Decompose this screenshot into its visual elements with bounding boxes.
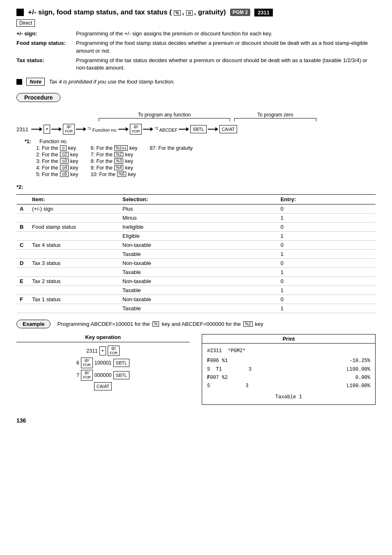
fn-key-2: ⊙2 bbox=[60, 152, 69, 157]
fn-line-8: 8: For the %3 key bbox=[91, 158, 138, 164]
table-row: DTax 3 statusNon-taxable0 bbox=[16, 258, 376, 267]
table-cell-entry: 0 bbox=[277, 295, 376, 304]
table-row: Taxable1 bbox=[16, 304, 376, 313]
pgm-badge: PGM 2 bbox=[230, 9, 250, 16]
desc-label-plusminus: +/- sign: bbox=[16, 30, 76, 38]
table-row: Taxable1 bbox=[16, 286, 376, 295]
note-square-icon bbox=[16, 79, 22, 85]
fn-col-3: 87: For the gratuity bbox=[150, 145, 193, 178]
fn-key-6b: %1 bbox=[120, 146, 127, 150]
sbtl-key: SBTL bbox=[190, 125, 207, 133]
description-section: +/- sign: Programming of the +/- sign as… bbox=[16, 30, 376, 72]
note-label: Note bbox=[26, 78, 45, 86]
keyop-for-key-1: @/ FOR bbox=[108, 346, 120, 356]
table-cell-selection: Taxable bbox=[119, 249, 277, 258]
table-cell-entry: 0 bbox=[277, 258, 376, 267]
diagram-flow: 2311 • @/ FOR *1 Function no. bbox=[16, 124, 376, 135]
table-row: Eligible1 bbox=[16, 231, 376, 240]
desc-label-foodstamp: Food stamp status: bbox=[16, 39, 76, 55]
taxable-label: Taxable 1 bbox=[207, 393, 370, 401]
desc-row-foodstamp: Food stamp status: Programming of the fo… bbox=[16, 39, 376, 55]
table-cell-letter bbox=[16, 231, 29, 240]
fn-line-2: 2: For the ⊙2 key bbox=[36, 152, 78, 158]
fn-key-7: %2 bbox=[114, 152, 123, 157]
example-text-end: key bbox=[255, 321, 263, 327]
table-cell-entry: 1 bbox=[277, 286, 376, 295]
diagram-top-label1: To program any function bbox=[99, 112, 230, 118]
table-row: FTax 1 statusNon-taxable0 bbox=[16, 295, 376, 304]
for-key-2: @/ FOR bbox=[130, 124, 142, 135]
fn-line-gratuity: 87: For the gratuity bbox=[150, 145, 193, 151]
table-row: BFood stamp statusIneligible0 bbox=[16, 222, 376, 231]
circle-icon: ⊙ bbox=[186, 9, 194, 16]
col-entry: Entry: bbox=[277, 194, 376, 204]
table-cell-item bbox=[29, 267, 119, 276]
print-line-2: F006 %1 -10.25% bbox=[207, 357, 370, 365]
diagram-top-label2: To program zero bbox=[234, 112, 316, 118]
print-content: #2311 *PGM2* F006 %1 -10.25% S T1 3 L100… bbox=[202, 344, 375, 404]
table-cell-letter: E bbox=[16, 276, 29, 286]
table-cell-letter bbox=[16, 304, 29, 313]
table-cell-item: Food stamp status bbox=[29, 222, 119, 231]
fn-col-2: 6: For the % %1 key 7: For the %2 key 8:… bbox=[91, 145, 138, 178]
fn-key-4: ⊙4 bbox=[60, 165, 69, 170]
table-row: CTax 4 statusNon-taxable0 bbox=[16, 240, 376, 249]
diagram-start-num: 2311 bbox=[16, 126, 28, 132]
table-cell-selection: Taxable bbox=[119, 286, 277, 295]
table-cell-selection: Non-taxable bbox=[119, 240, 277, 249]
arrow5 bbox=[143, 127, 153, 131]
keyop-print-section: Key operation 2311 • @/ FOR 6 @/ FOR bbox=[16, 334, 376, 405]
table-cell-selection: Plus bbox=[119, 204, 277, 213]
table-cell-letter bbox=[16, 213, 29, 222]
fn-line-9: 9: For the %4 key bbox=[91, 165, 138, 171]
table-cell-entry: 0 bbox=[277, 204, 376, 213]
table-cell-selection: Non-taxable bbox=[119, 295, 277, 304]
table-cell-selection: Non-taxable bbox=[119, 258, 277, 267]
caat-key: CA/AT bbox=[219, 125, 238, 133]
dot-key: • bbox=[44, 125, 50, 134]
example-section: Example Programming ABCDEF=100001 for th… bbox=[16, 320, 376, 405]
table-row: ETax 2 statusNon-taxable0 bbox=[16, 276, 376, 286]
fn-col-1: 1: For the ⊙ key 2: For the ⊙2 key 3: Fo… bbox=[36, 145, 78, 178]
print-line-1: #2311 *PGM2* bbox=[207, 347, 370, 355]
table-cell-letter bbox=[16, 267, 29, 276]
annotation-star1: *1: Function no. 1: For the ⊙ key 2: For… bbox=[25, 139, 376, 178]
fn-line-7: 7: For the %2 key bbox=[91, 152, 138, 158]
table-cell-item: Tax 2 status bbox=[29, 276, 119, 286]
table-row: Taxable1 bbox=[16, 249, 376, 258]
col-item: Item: bbox=[29, 194, 119, 204]
desc-text-plusminus: Programming of the +/- sign assigns the … bbox=[76, 30, 376, 38]
star1-label: *1 Function no. bbox=[88, 126, 117, 132]
table-cell-letter: F bbox=[16, 295, 29, 304]
note-box: Note Tax 4 is prohibited if you use the … bbox=[16, 78, 376, 86]
col-letter bbox=[16, 194, 29, 204]
arrow2 bbox=[51, 127, 62, 131]
fn-line-1: 1: For the ⊙ key bbox=[36, 145, 78, 151]
keyop-sbtl-2: SBTL bbox=[113, 371, 130, 379]
table-cell-item bbox=[29, 213, 119, 222]
table-cell-item: Tax 3 status bbox=[29, 258, 119, 267]
num-badge: 2311 bbox=[254, 9, 273, 16]
table-cell-selection: Ineligible bbox=[119, 222, 277, 231]
keyop-for-key-2: @/ FOR bbox=[81, 358, 93, 368]
table-cell-letter: A bbox=[16, 204, 29, 213]
fn-key-10: %5 bbox=[117, 172, 126, 177]
table-cell-item: (+/-) sign bbox=[29, 204, 119, 213]
desc-row-plusminus: +/- sign: Programming of the +/- sign as… bbox=[16, 30, 376, 38]
table-cell-letter: B bbox=[16, 222, 29, 231]
table-cell-selection: Taxable bbox=[119, 304, 277, 313]
table-cell-entry: 1 bbox=[277, 304, 376, 313]
fn-line-6: 6: For the % %1 key bbox=[91, 145, 138, 151]
note-text: Tax 4 is prohibited if you use the food … bbox=[49, 79, 175, 85]
table-cell-entry: 1 bbox=[277, 231, 376, 240]
header-title: +/- sign, food stamp status, and tax sta… bbox=[28, 8, 226, 16]
ann1-title: Function no. bbox=[39, 139, 68, 144]
page-number: 136 bbox=[16, 417, 376, 424]
table-cell-item: Tax 1 status bbox=[29, 295, 119, 304]
desc-text-foodstamp: Programming of the food stamp status dec… bbox=[76, 39, 376, 55]
keyop-title: Key operation bbox=[16, 334, 189, 342]
page-header: +/- sign, food stamp status, and tax sta… bbox=[16, 8, 376, 16]
keyop-dot-key: • bbox=[99, 346, 106, 355]
keyop-col: Key operation 2311 • @/ FOR 6 @/ FOR bbox=[16, 334, 189, 405]
arrow6 bbox=[179, 127, 189, 131]
